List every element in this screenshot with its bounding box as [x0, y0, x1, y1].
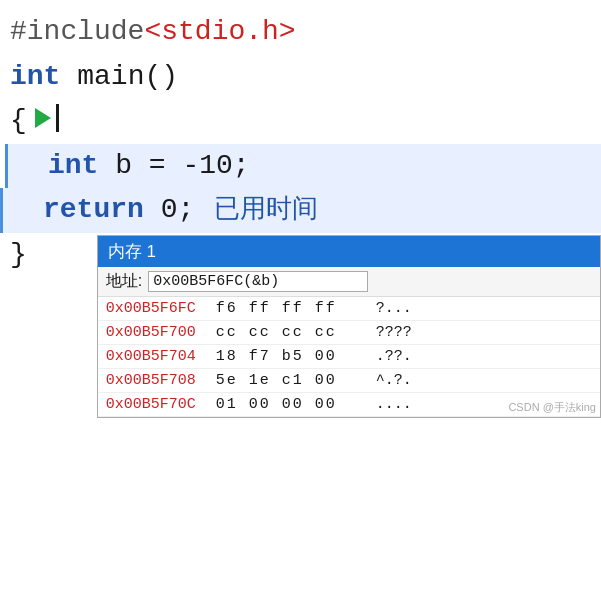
table-row: 0x00B5F6FC f6 ff ff ff ?... — [98, 297, 600, 321]
mem-hex-2: 18 f7 b5 00 — [208, 344, 368, 368]
code-area: #include<stdio.h> int main() { int b = -… — [0, 0, 601, 418]
code-line-4: int b = -10; — [5, 144, 601, 189]
mem-hex-1: cc cc cc cc — [208, 320, 368, 344]
mem-hex-4: 01 00 00 00 — [208, 392, 368, 416]
close-brace: } — [10, 235, 27, 276]
mem-ascii-2: .??. — [368, 344, 600, 368]
watermark: CSDN @手法king — [508, 400, 596, 415]
code-line-5: return 0; 已用时间 — [0, 188, 601, 233]
address-label: 地址: — [106, 271, 142, 292]
mem-addr-0: 0x00B5F6FC — [98, 297, 208, 321]
play-icon — [35, 108, 51, 128]
mem-addr-2: 0x00B5F704 — [98, 344, 208, 368]
include-filename: stdio.h — [161, 12, 279, 53]
mem-hex-3: 5e 1e c1 00 — [208, 368, 368, 392]
open-brace: { — [10, 101, 27, 142]
angle-bracket-close: > — [279, 12, 296, 53]
include-keyword: #include — [10, 12, 144, 53]
code-line-3: { — [0, 99, 601, 144]
mem-ascii-3: ^.?. — [368, 368, 600, 392]
text-cursor — [56, 104, 59, 132]
mem-addr-3: 0x00B5F708 — [98, 368, 208, 392]
table-row: 0x00B5F704 18 f7 b5 00 .??. — [98, 344, 600, 368]
mem-hex-0: f6 ff ff ff — [208, 297, 368, 321]
table-row: 0x00B5F708 5e 1e c1 00 ^.?. — [98, 368, 600, 392]
mem-addr-1: 0x00B5F700 — [98, 320, 208, 344]
table-row: 0x00B5F700 cc cc cc cc ???? — [98, 320, 600, 344]
elapsed-label: 已用时间 — [214, 192, 318, 230]
line6-container: } 内存 1 地址: 0x00B5F6FC f6 ff ff ff ?... 0… — [0, 233, 601, 418]
memory-table: 0x00B5F6FC f6 ff ff ff ?... 0x00B5F700 c… — [98, 297, 600, 417]
code-line-6: } — [0, 233, 37, 278]
memory-address-row: 地址: — [98, 267, 600, 297]
memory-window: 内存 1 地址: 0x00B5F6FC f6 ff ff ff ?... 0x0… — [97, 235, 601, 418]
int-keyword-main: int — [10, 57, 60, 98]
mem-ascii-0: ?... — [368, 297, 600, 321]
code-line-2: int main() — [0, 55, 601, 100]
mem-addr-4: 0x00B5F70C — [98, 392, 208, 416]
memory-title: 内存 1 — [98, 236, 600, 267]
return-value: 0; — [144, 190, 194, 231]
address-input[interactable] — [148, 271, 368, 292]
return-keyword: return — [43, 190, 144, 231]
b-assignment: b = -10; — [98, 146, 249, 187]
code-line-1: #include<stdio.h> — [0, 10, 601, 55]
angle-bracket-open: < — [144, 12, 161, 53]
int-keyword-b: int — [48, 146, 98, 187]
main-func: main() — [60, 57, 178, 98]
mem-ascii-1: ???? — [368, 320, 600, 344]
